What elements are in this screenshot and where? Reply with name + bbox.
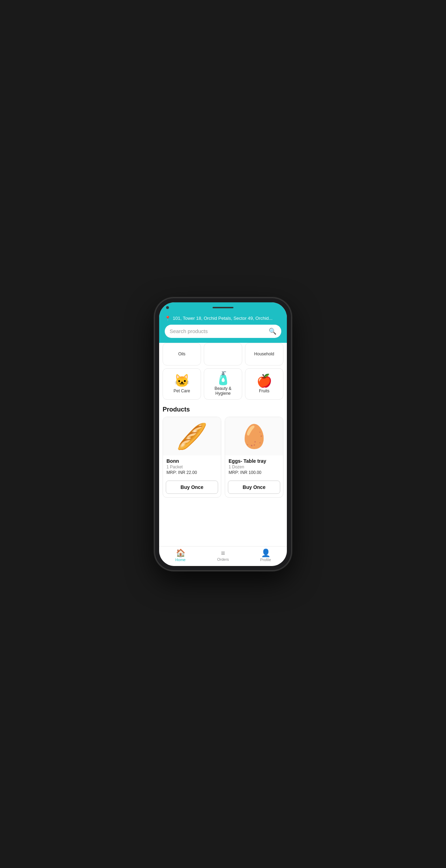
- address-row[interactable]: 📍 101, Tower 18, Orchid Petals, Sector 4…: [165, 316, 281, 321]
- product-card-eggs: 🥚 Eggs- Table tray 1 Dozen MRP: INR 100.…: [225, 417, 283, 498]
- status-bar: [159, 302, 287, 313]
- buy-once-eggs-button[interactable]: Buy Once: [228, 481, 280, 494]
- product-bonn-qty: 1 Packet: [166, 465, 217, 469]
- products-section-title: Products: [163, 406, 283, 413]
- category-oils[interactable]: Oils: [163, 343, 201, 365]
- product-eggs-image-area: 🥚: [225, 417, 283, 455]
- nav-home-label: Home: [175, 558, 185, 562]
- category-household-label: Household: [254, 352, 274, 356]
- category-fruits-label: Fruits: [259, 388, 269, 393]
- categories-row-top: Oils Household: [163, 343, 283, 365]
- nav-profile-label: Profile: [260, 558, 271, 562]
- categories-row-bottom: 🐱 Pet Care 🧴 Beauty &Hygiene 🍎 Fruits: [163, 368, 283, 400]
- address-text: 101, Tower 18, Orchid Petals, Sector 49,…: [173, 316, 273, 321]
- buy-once-bonn-button[interactable]: Buy Once: [166, 481, 218, 494]
- product-bonn-emoji: 🥖: [176, 424, 208, 449]
- camera-dot: [166, 306, 169, 309]
- product-bonn-name: Bonn: [166, 458, 217, 464]
- product-bonn-info: Bonn 1 Packet MRP: INR 22.00: [163, 455, 221, 481]
- nav-orders-label: Orders: [217, 557, 229, 561]
- nav-home[interactable]: 🏠 Home: [159, 549, 202, 562]
- bottom-spacer: [159, 498, 287, 526]
- product-eggs-qty: 1 Dozen: [229, 465, 280, 469]
- category-beauty-hygiene-label: Beauty &Hygiene: [215, 386, 232, 396]
- category-beauty-hygiene[interactable]: 🧴 Beauty &Hygiene: [204, 368, 242, 400]
- nav-orders[interactable]: ≡ Orders: [202, 550, 244, 561]
- search-icon: 🔍: [269, 327, 276, 335]
- product-bonn-image-area: 🥖: [163, 417, 221, 455]
- product-eggs-emoji: 🥚: [240, 425, 268, 448]
- app-header: 📍 101, Tower 18, Orchid Petals, Sector 4…: [159, 313, 287, 343]
- search-placeholder-text: Search products: [170, 328, 266, 334]
- nav-profile[interactable]: 👤 Profile: [244, 549, 287, 562]
- category-oils-label: Oils: [178, 352, 186, 356]
- category-household[interactable]: Household: [245, 343, 283, 365]
- home-icon: 🏠: [176, 549, 185, 557]
- product-bonn-mrp: MRP: INR 22.00: [166, 470, 217, 475]
- fruits-icon: 🍎: [257, 375, 272, 387]
- products-section: Products 🥖 Bonn 1 Packet MRP: INR 22.00: [159, 402, 287, 498]
- category-pet-care[interactable]: 🐱 Pet Care: [163, 368, 201, 400]
- search-bar[interactable]: Search products 🔍: [165, 325, 281, 338]
- location-icon: 📍: [165, 316, 171, 321]
- content-scroll: Oils Household 🐱 Pet Care 🧴: [159, 343, 287, 546]
- profile-icon: 👤: [261, 549, 270, 557]
- product-eggs-mrp: MRP: INR 100.00: [229, 470, 280, 475]
- products-grid: 🥖 Bonn 1 Packet MRP: INR 22.00 Buy Once: [163, 417, 283, 498]
- product-card-bonn: 🥖 Bonn 1 Packet MRP: INR 22.00 Buy Once: [163, 417, 221, 498]
- product-eggs-name: Eggs- Table tray: [229, 458, 280, 464]
- product-eggs-info: Eggs- Table tray 1 Dozen MRP: INR 100.00: [225, 455, 283, 481]
- category-pet-care-label: Pet Care: [173, 388, 190, 393]
- category-fruits[interactable]: 🍎 Fruits: [245, 368, 283, 400]
- phone-frame: 📍 101, Tower 18, Orchid Petals, Sector 4…: [155, 298, 291, 570]
- categories-section: Oils Household 🐱 Pet Care 🧴: [159, 343, 287, 400]
- category-blank[interactable]: [204, 343, 242, 365]
- bottom-nav: 🏠 Home ≡ Orders 👤 Profile: [159, 546, 287, 566]
- speaker-bar: [213, 307, 233, 308]
- phone-screen: 📍 101, Tower 18, Orchid Petals, Sector 4…: [159, 302, 287, 566]
- pet-care-icon: 🐱: [174, 375, 190, 387]
- orders-icon: ≡: [221, 550, 225, 557]
- beauty-icon: 🧴: [215, 372, 231, 385]
